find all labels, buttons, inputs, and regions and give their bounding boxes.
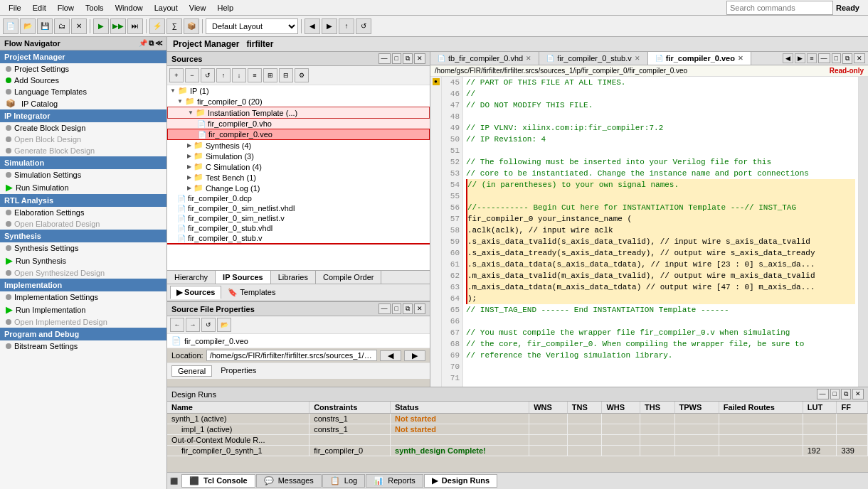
tree-item-dcp[interactable]: 📄 fir_compiler_0.dcp bbox=[167, 193, 430, 203]
tab-compile-order[interactable]: Compile Order bbox=[316, 271, 382, 284]
table-row[interactable]: fir_compiler_0_synth_1fir_compiler_0synt… bbox=[167, 446, 868, 456]
menu-view[interactable]: View bbox=[184, 2, 212, 14]
sfp-location-scroll-left[interactable]: ◀ bbox=[380, 350, 401, 361]
src-settings-btn[interactable]: ⚙ bbox=[295, 68, 309, 82]
nav-item-add-sources[interactable]: Add Sources bbox=[0, 75, 166, 86]
ip-subtab-sources[interactable]: ▶ Sources bbox=[170, 286, 221, 299]
nav-item-bitstream-settings[interactable]: Bitstream Settings bbox=[0, 340, 166, 352]
nav-item-open-elab-design[interactable]: Open Elaborated Design bbox=[0, 218, 166, 230]
float-btn[interactable]: ⧉ bbox=[403, 53, 413, 64]
nav-item-elab-settings[interactable]: Elaboration Settings bbox=[0, 207, 166, 218]
tab-close-btn[interactable]: ✕ bbox=[738, 55, 743, 62]
sfp-location-scroll-right[interactable]: ▶ bbox=[404, 350, 425, 361]
nav-section-header-synth[interactable]: Synthesis bbox=[0, 230, 166, 242]
menu-layout[interactable]: Layout bbox=[149, 2, 184, 14]
nav-item-project-settings[interactable]: Project Settings bbox=[0, 63, 166, 75]
nav-section-header-ipi[interactable]: IP Integrator bbox=[0, 109, 166, 122]
maximize-btn[interactable]: □ bbox=[392, 53, 401, 64]
nav-item-language-templates[interactable]: Language Templates bbox=[0, 86, 166, 97]
refresh-btn[interactable]: ↺ bbox=[356, 18, 371, 34]
sfp-max-btn[interactable]: □ bbox=[392, 303, 401, 314]
src-collapse-btn[interactable]: ⊟ bbox=[279, 68, 293, 82]
nav-section-header-pm[interactable]: Project Manager bbox=[0, 50, 166, 63]
tree-item-fir-compiler[interactable]: ▼ 📁 fir_compiler_0 (20) bbox=[167, 96, 430, 107]
float-icon[interactable]: ⧉ bbox=[149, 39, 154, 48]
sfp-prev-btn[interactable]: ← bbox=[170, 318, 184, 332]
tree-item-ip[interactable]: ▼ 📁 IP (1) bbox=[167, 85, 430, 96]
table-row[interactable]: synth_1 (active)constrs_1Not started bbox=[167, 414, 868, 424]
table-row[interactable]: impl_1 (active)constrs_1Not started bbox=[167, 424, 868, 435]
code-area[interactable]: // PART OF THIS FILE AT ALL TIMES.//// D… bbox=[463, 77, 858, 387]
sfp-next-btn[interactable]: → bbox=[186, 318, 200, 332]
editor-close-btn[interactable]: ✕ bbox=[854, 53, 865, 63]
nav-item-open-impl-design[interactable]: Open Implemented Design bbox=[0, 316, 166, 328]
editor-tab-tb-vhd[interactable]: 📄 tb_fir_compiler_0.vhd ✕ bbox=[430, 52, 539, 65]
menu-flow[interactable]: Flow bbox=[52, 2, 80, 14]
ip-subtab-templates[interactable]: 🔖 Templates bbox=[221, 286, 282, 299]
tab-list-btn[interactable]: ≡ bbox=[807, 53, 816, 63]
nav-item-open-block-design[interactable]: Open Block Design bbox=[0, 134, 166, 145]
next-tab-btn[interactable]: ▶ bbox=[795, 53, 805, 63]
log-tab-reports[interactable]: 📊 Reports bbox=[366, 474, 423, 488]
save-btn[interactable]: 💾 bbox=[37, 18, 53, 34]
tree-item-sim-netlist-v[interactable]: 📄 fir_compiler_0_sim_netlist.v bbox=[167, 213, 430, 223]
prev-btn[interactable]: ◀ bbox=[305, 18, 320, 34]
tab-close-btn[interactable]: ✕ bbox=[526, 55, 531, 62]
nav-item-sim-settings[interactable]: Simulation Settings bbox=[0, 169, 166, 181]
prog-btn[interactable]: 📦 bbox=[184, 18, 199, 34]
dr-min-btn[interactable]: — bbox=[817, 389, 829, 399]
synth-btn[interactable]: ⚡ bbox=[149, 18, 165, 34]
open-btn[interactable]: 📂 bbox=[20, 18, 36, 34]
sfp-add-btn[interactable]: 📂 bbox=[217, 318, 231, 332]
sfp-float-btn[interactable]: ⧉ bbox=[403, 303, 413, 314]
table-row[interactable]: Out-of-Context Module R... bbox=[167, 435, 868, 446]
next-btn[interactable]: ▶ bbox=[322, 18, 337, 34]
dr-close-btn[interactable]: ✕ bbox=[852, 389, 864, 399]
tree-item-fir-veo[interactable]: 📄 fir_compiler_0.veo bbox=[167, 129, 430, 140]
tree-item-sim-netlist-vhdl[interactable]: 📄 fir_compiler_0_sim_netlist.vhdl bbox=[167, 203, 430, 213]
nav-item-synth-settings[interactable]: Synthesis Settings bbox=[0, 242, 166, 254]
nav-item-run-simulation[interactable]: ▶ Run Simulation bbox=[0, 181, 166, 194]
tree-item-stub-vhdl[interactable]: 📄 fir_compiler_0_stub.vhdl bbox=[167, 223, 430, 233]
nav-item-open-synth-design[interactable]: Open Synthesized Design bbox=[0, 267, 166, 279]
editor-min-btn[interactable]: — bbox=[818, 53, 830, 63]
log-tab-log[interactable]: 📋 Log bbox=[322, 474, 365, 488]
menu-edit[interactable]: Edit bbox=[27, 2, 52, 14]
dr-float-btn[interactable]: ⧉ bbox=[841, 389, 851, 399]
sfp-tab-properties[interactable]: Properties bbox=[215, 365, 262, 377]
minimize-btn[interactable]: — bbox=[379, 53, 391, 64]
tree-item-changelog[interactable]: ▶ 📁 Change Log (1) bbox=[167, 183, 430, 193]
nav-item-impl-settings[interactable]: Implementation Settings bbox=[0, 291, 166, 303]
tree-item-inst-template[interactable]: ▼ 📁 Instantiation Template (...) bbox=[167, 107, 430, 119]
src-down-btn[interactable]: ↓ bbox=[232, 68, 246, 82]
add-src-btn[interactable]: + bbox=[169, 68, 184, 82]
tab-close-btn[interactable]: ✕ bbox=[635, 55, 640, 62]
tab-ip-sources[interactable]: IP Sources bbox=[216, 271, 271, 284]
nav-section-header-impl[interactable]: Implementation bbox=[0, 279, 166, 291]
step-btn[interactable]: ⏭ bbox=[127, 18, 143, 34]
dr-max-btn[interactable]: □ bbox=[830, 389, 840, 399]
nav-item-ip-catalog[interactable]: 📦 IP Catalog bbox=[0, 97, 166, 109]
nav-section-header-prog[interactable]: Program and Debug bbox=[0, 328, 166, 340]
sfp-refresh-btn[interactable]: ↺ bbox=[201, 318, 216, 332]
src-filter-btn[interactable]: ≡ bbox=[248, 68, 262, 82]
log-tab-messages[interactable]: 💬 Messages bbox=[256, 474, 322, 488]
new-btn[interactable]: 📄 bbox=[3, 18, 18, 34]
nav-section-header-rtl[interactable]: RTL Analysis bbox=[0, 194, 166, 207]
editor-scrollbar[interactable] bbox=[859, 77, 868, 387]
refresh-src-btn[interactable]: ↺ bbox=[201, 68, 215, 82]
run-btn[interactable]: ▶ bbox=[93, 18, 109, 34]
nav-item-create-block-design[interactable]: Create Block Design bbox=[0, 122, 166, 134]
menu-help[interactable]: Help bbox=[211, 2, 239, 14]
menu-window[interactable]: Window bbox=[110, 2, 149, 14]
menu-file[interactable]: File bbox=[3, 2, 27, 14]
sfp-close-btn[interactable]: ✕ bbox=[414, 303, 425, 314]
tree-item-fir-vho[interactable]: 📄 fir_compiler_0.vho bbox=[167, 119, 430, 129]
tree-item-stub-v[interactable]: 📄 fir_compiler_0_stub.v bbox=[167, 233, 430, 244]
editor-tab-stub-v[interactable]: 📄 fir_compiler_0_stub.v ✕ bbox=[539, 52, 648, 65]
tree-item-synthesis[interactable]: ▶ 📁 Synthesis (4) bbox=[167, 140, 430, 151]
menu-tools[interactable]: Tools bbox=[80, 2, 110, 14]
pin-icon[interactable]: 📌 bbox=[139, 39, 147, 48]
log-tab-tcl[interactable]: ⬛ Tcl Console bbox=[181, 474, 255, 488]
bookmark-icon[interactable]: ● bbox=[433, 78, 440, 85]
